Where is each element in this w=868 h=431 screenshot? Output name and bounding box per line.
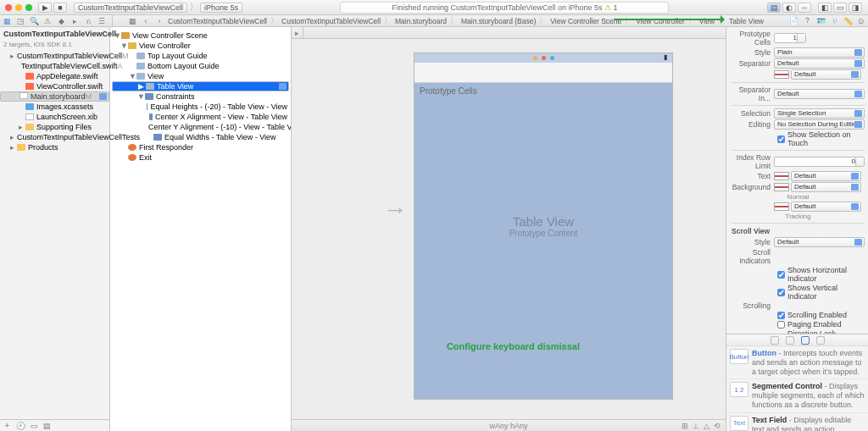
run-button[interactable]: ▶ — [38, 3, 52, 13]
outline-scene-header[interactable]: ▼View Controller Scene — [112, 30, 289, 41]
tracking-color-swatch[interactable] — [774, 202, 789, 211]
crumb-5[interactable]: View Controller — [634, 17, 686, 25]
filter-scm-icon[interactable]: ▭ — [31, 422, 38, 430]
toggle-debug-button[interactable]: ▭ — [833, 3, 847, 13]
ib-canvas[interactable]: ▸ → ▮ Prototype Cells Table View Prototy… — [292, 27, 726, 431]
proj-item[interactable]: TextInputTableViewCell.swiftA — [0, 61, 109, 71]
index-limit-stepper[interactable]: 0 — [774, 157, 865, 167]
crumb-7[interactable]: Table View — [727, 17, 765, 25]
lib-item-button[interactable]: Button Button - Intercepts touch events … — [726, 346, 868, 379]
forward-button[interactable]: › — [154, 16, 164, 26]
scheme-select[interactable]: CustomTextInputTableViewCell — [74, 3, 187, 13]
show-selection-check[interactable]: Show Selection on Touch — [777, 130, 865, 147]
close-icon[interactable] — [5, 4, 12, 11]
crumb-4[interactable]: View Controller Scene — [548, 17, 623, 25]
outline-row[interactable]: ▼View Controller — [112, 41, 289, 51]
lib-file-templates-icon[interactable] — [771, 336, 779, 345]
outline-row[interactable]: Center X Alignment - View - Table View — [112, 112, 289, 122]
editor-assistant-button[interactable]: ◐ — [782, 3, 796, 13]
separator-select[interactable]: Default — [774, 58, 865, 69]
toggle-utilities-button[interactable]: ◨ — [849, 3, 862, 13]
crumb-0[interactable]: CustomTextInputTableViewCell — [166, 17, 269, 25]
size-class-control[interactable]: wAny hAny — [489, 422, 527, 430]
align-button[interactable]: ⊞ — [682, 422, 688, 430]
crumb-3[interactable]: Main.storyboard (Base) — [459, 17, 537, 25]
tracking-color-select[interactable]: Default — [791, 202, 861, 212]
proj-item[interactable]: LaunchScreen.xib — [0, 112, 109, 122]
filter-recent-icon[interactable]: 🕘 — [16, 422, 25, 430]
inspector-file-icon[interactable]: 📄 — [788, 16, 798, 26]
proj-item[interactable]: Images.xcassets — [0, 102, 109, 112]
nav-breakpoint-icon[interactable]: ⎌ — [83, 16, 93, 26]
nav-debug-icon[interactable]: ▸ — [70, 16, 80, 26]
inspector-quickhelp-icon[interactable]: ？ — [802, 16, 812, 26]
resolve-button[interactable]: △ — [704, 422, 709, 430]
resizing-button[interactable]: ⟲ — [714, 422, 721, 430]
sv-style-select[interactable]: Default — [774, 237, 865, 247]
direction-lock-check[interactable]: Direction Lock Enabled — [777, 329, 865, 334]
outline-row[interactable]: ▼Constraints — [112, 91, 289, 102]
inspector-identity-icon[interactable]: 🪪 — [815, 16, 826, 26]
outline-toggle-button[interactable]: ▸ — [292, 27, 303, 38]
proj-item[interactable]: ▸Products — [0, 142, 109, 152]
inspector-attributes-icon[interactable]: ⑂ — [829, 16, 839, 26]
sep-inset-select[interactable]: Default — [774, 89, 865, 99]
outline-row[interactable]: ▼View — [112, 71, 289, 81]
lib-objects-icon[interactable] — [801, 336, 810, 345]
inspector-size-icon[interactable]: 📏 — [843, 16, 853, 26]
minimize-icon[interactable] — [15, 4, 22, 11]
lib-media-icon[interactable] — [816, 336, 825, 345]
style-select[interactable]: Plain — [774, 47, 865, 58]
proto-cells-stepper[interactable]: 1 — [774, 33, 806, 43]
editor-standard-button[interactable]: ▤ — [767, 3, 781, 13]
project-title[interactable]: CustomTextInputTableViewCell — [0, 27, 109, 41]
nav-report-icon[interactable]: ☰ — [97, 16, 107, 26]
editor-version-button[interactable]: ↔ — [798, 3, 811, 13]
lib-code-snippets-icon[interactable] — [786, 336, 794, 345]
warning-icon[interactable]: ⚠ — [604, 3, 611, 12]
bg-color-swatch[interactable] — [774, 183, 789, 191]
back-button[interactable]: ‹ — [141, 16, 151, 26]
selection-select[interactable]: Single Selection — [774, 108, 865, 119]
outline-row[interactable]: Top Layout Guide — [112, 51, 289, 61]
outline-row[interactable]: First Responder — [112, 142, 289, 152]
proj-item[interactable]: ▸CustomTextInputTableViewCellM — [0, 51, 109, 61]
destination-select[interactable]: iPhone 5s — [200, 3, 242, 13]
nav-search-icon[interactable]: 🔍 — [29, 16, 39, 26]
outline-row[interactable]: Exit — [112, 152, 289, 163]
crumb-2[interactable]: Main.storyboard — [393, 17, 448, 25]
crumb-1[interactable]: CustomTextInputTableViewCell — [280, 17, 382, 25]
filter-icon[interactable]: ▤ — [43, 422, 51, 430]
lib-item-textfield[interactable]: Text Text Field - Displays editable text… — [726, 413, 868, 431]
nav-symbol-icon[interactable]: ◳ — [15, 16, 25, 26]
outline-row[interactable]: Equal Heights - (-20) - Table View - Vie… — [112, 102, 289, 112]
scroll-enabled-check[interactable]: Scrolling Enabled — [777, 311, 865, 319]
v-indicator-check[interactable]: Shows Vertical Indicator — [777, 284, 865, 301]
editing-select[interactable]: No Selection During Editing — [774, 119, 865, 130]
pin-button[interactable]: ⊥ — [693, 422, 699, 430]
nav-project-icon[interactable]: ▦ — [2, 16, 12, 26]
proj-item[interactable]: AppDelegate.swift — [0, 71, 109, 81]
separator-color-select[interactable]: Default — [791, 69, 861, 80]
outline-row[interactable]: Center Y Alignment - (-10) - View - Tabl… — [112, 122, 289, 132]
nav-issue-icon[interactable]: ⚠ — [42, 16, 53, 26]
proj-item[interactable]: ViewController.swift — [0, 81, 109, 91]
proj-item[interactable]: ▸CustomTextInputTableViewCellTests — [0, 132, 109, 142]
proj-item[interactable]: ▸Supporting Files — [0, 122, 109, 132]
related-items-icon[interactable]: ▦ — [127, 16, 137, 26]
nav-test-icon[interactable]: ◆ — [56, 16, 66, 26]
paging-check[interactable]: Paging Enabled — [777, 320, 865, 329]
toggle-navigator-button[interactable]: ◧ — [818, 3, 832, 13]
bg-color-select[interactable]: Default — [791, 182, 861, 192]
separator-color-swatch[interactable] — [774, 70, 789, 79]
inspector-connections-icon[interactable]: ⊙ — [856, 16, 866, 26]
zoom-icon[interactable] — [25, 4, 32, 11]
h-indicator-check[interactable]: Shows Horizontal Indicator — [777, 266, 865, 283]
proj-item[interactable]: Main.storyboardM — [0, 91, 109, 102]
lib-item-segmented[interactable]: 1 2 Segmented Control - Displays multipl… — [726, 379, 868, 412]
stop-button[interactable]: ■ — [53, 3, 67, 13]
text-color-select[interactable]: Default — [791, 171, 861, 181]
add-button[interactable]: ＋ — [3, 420, 11, 431]
outline-row[interactable]: Bottom Layout Guide — [112, 61, 289, 71]
text-color-swatch[interactable] — [774, 172, 789, 180]
